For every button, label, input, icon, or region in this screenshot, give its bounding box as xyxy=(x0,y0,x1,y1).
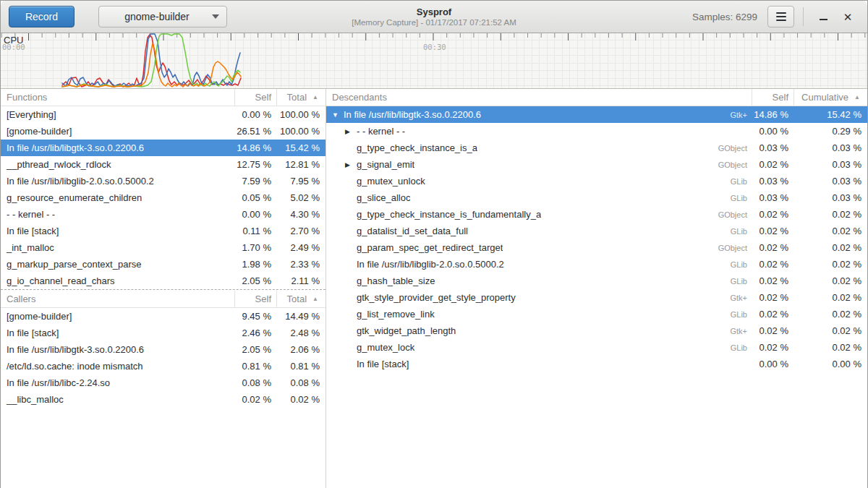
function-name: g_io_channel_read_chars xyxy=(1,275,234,286)
self-percent: 0.00 % xyxy=(752,359,793,369)
table-row[interactable]: g_markup_parse_context_parse1.98 %2.33 % xyxy=(1,256,326,273)
descendant-row[interactable]: g_mutex_lockGLib0.02 %0.02 % xyxy=(326,339,867,356)
descendant-row[interactable]: In file /usr/lib/libglib-2.0.so.0.5000.2… xyxy=(326,256,867,273)
table-row[interactable]: _int_malloc1.70 %2.49 % xyxy=(1,239,326,256)
function-name: In file /usr/lib/libglib-2.0.so.0.5000.2 xyxy=(357,259,504,270)
total-percent: 4.30 % xyxy=(276,209,326,220)
functions-header: Functions Self Total ▲ xyxy=(1,89,326,106)
table-row[interactable]: In file [stack]2.46 %2.48 % xyxy=(1,325,326,341)
table-row[interactable]: In file /usr/lib/libgtk-3.so.0.2200.62.0… xyxy=(1,341,326,358)
main-content: Functions Self Total ▲ [Everything]0.00 … xyxy=(1,89,867,488)
function-name: In file /usr/lib/libgtk-3.so.0.2200.6 xyxy=(1,142,234,153)
descendants-self-column-header[interactable]: Self xyxy=(752,89,793,106)
menu-button[interactable] xyxy=(767,6,794,27)
cumulative-percent: 0.29 % xyxy=(793,126,867,137)
self-percent: 0.02 % xyxy=(752,209,793,220)
table-row[interactable]: In file [stack]0.11 %2.70 % xyxy=(1,223,326,239)
table-row[interactable]: g_io_channel_read_chars2.05 %2.11 % xyxy=(1,273,326,289)
descendant-row[interactable]: g_slice_allocGLib0.03 %0.03 % xyxy=(326,189,867,206)
chevron-down-icon xyxy=(212,14,219,19)
samples-count: Samples: 6299 xyxy=(692,12,757,22)
descendant-name-cell: In file [stack] xyxy=(326,359,752,369)
table-row[interactable]: [gnome-builder]26.51 %100.00 % xyxy=(1,123,326,140)
hamburger-icon xyxy=(776,12,786,21)
total-percent: 2.33 % xyxy=(276,259,326,270)
cumulative-percent: 0.02 % xyxy=(793,292,867,303)
close-button[interactable]: ✕ xyxy=(835,6,860,27)
descendant-row[interactable]: g_param_spec_get_redirect_targetGObject0… xyxy=(326,239,867,256)
table-row[interactable]: In file /usr/lib/libgtk-3.so.0.2200.614.… xyxy=(1,140,326,156)
self-percent: 26.51 % xyxy=(234,126,276,137)
function-name: [gnome-builder] xyxy=(1,311,234,322)
minimize-button[interactable] xyxy=(811,6,835,27)
self-percent: 0.03 % xyxy=(752,176,793,187)
expander-open-icon[interactable]: ▼ xyxy=(332,111,344,119)
record-button[interactable]: Record xyxy=(9,6,75,27)
descendant-row[interactable]: g_hash_table_sizeGLib0.02 %0.02 % xyxy=(326,273,867,289)
table-row[interactable]: [Everything]0.00 %100.00 % xyxy=(1,106,326,123)
total-percent: 14.49 % xyxy=(276,311,326,322)
callers-column-header[interactable]: Callers xyxy=(1,291,234,308)
function-name: In file [stack] xyxy=(1,226,234,236)
library-tag: GLib xyxy=(723,227,752,236)
descendant-name-cell: g_hash_table_sizeGLib xyxy=(326,275,752,286)
process-selector-dropdown[interactable]: gnome-builder xyxy=(98,6,227,27)
descendants-column-header[interactable]: Descendants xyxy=(326,89,752,106)
function-name: g_param_spec_get_redirect_target xyxy=(357,242,503,253)
cpu-blue-line xyxy=(62,34,240,86)
cumulative-percent: 0.03 % xyxy=(793,142,867,153)
descendant-row[interactable]: In file [stack]0.00 %0.00 % xyxy=(326,356,867,372)
titlebar-separator xyxy=(803,7,804,26)
callers-total-column-header[interactable]: Total ▲ xyxy=(276,291,326,308)
total-percent: 2.49 % xyxy=(276,242,326,253)
library-tag: GObject xyxy=(711,244,752,252)
table-row[interactable]: In file /usr/lib/libc-2.24.so0.08 %0.08 … xyxy=(1,374,326,391)
cumulative-percent: 0.02 % xyxy=(793,209,867,220)
descendant-row[interactable]: g_list_remove_linkGLib0.02 %0.02 % xyxy=(326,306,867,322)
callers-header: Callers Self Total ▲ xyxy=(1,291,326,308)
descendants-cumulative-column-header[interactable]: Cumulative ▲ xyxy=(793,89,867,106)
descendant-row[interactable]: gtk_widget_path_lengthGtk+0.02 %0.02 % xyxy=(326,322,867,339)
table-row[interactable]: __libc_malloc0.02 %0.02 % xyxy=(1,391,326,408)
cumulative-percent: 0.03 % xyxy=(793,176,867,187)
expander-closed-icon[interactable]: ▶ xyxy=(345,128,357,135)
descendant-name-cell: In file /usr/lib/libglib-2.0.so.0.5000.2… xyxy=(326,259,752,270)
cumulative-percent: 15.42 % xyxy=(793,109,867,120)
table-row[interactable]: g_resource_enumerate_children0.05 %5.02 … xyxy=(1,189,326,206)
expander-closed-icon[interactable]: ▶ xyxy=(345,161,357,168)
cumulative-percent: 0.02 % xyxy=(793,342,867,353)
function-name: In file /usr/lib/libglib-2.0.so.0.5000.2 xyxy=(1,176,234,187)
descendant-row[interactable]: g_datalist_id_set_data_fullGLib0.02 %0.0… xyxy=(326,223,867,239)
functions-column-header[interactable]: Functions xyxy=(1,89,234,106)
descendant-row[interactable]: g_type_check_instance_is_aGObject0.03 %0… xyxy=(326,140,867,156)
self-percent: 0.02 % xyxy=(752,259,793,270)
table-row[interactable]: __pthread_rwlock_rdlock12.75 %12.81 % xyxy=(1,156,326,173)
functions-total-column-header[interactable]: Total ▲ xyxy=(276,89,326,106)
function-name: In file /usr/lib/libgtk-3.so.0.2200.6 xyxy=(344,109,481,120)
table-row[interactable]: - - kernel - -0.00 %4.30 % xyxy=(1,206,326,223)
table-row[interactable]: [gnome-builder]9.45 %14.49 % xyxy=(1,308,326,325)
functions-self-column-header[interactable]: Self xyxy=(234,89,276,106)
table-row[interactable]: In file /usr/lib/libglib-2.0.so.0.5000.2… xyxy=(1,173,326,189)
function-name: In file [stack] xyxy=(357,359,409,369)
descendant-row[interactable]: ▶g_signal_emitGObject0.02 %0.03 % xyxy=(326,156,867,173)
descendant-row[interactable]: g_mutex_unlockGLib0.03 %0.03 % xyxy=(326,173,867,189)
descendant-row[interactable]: g_type_check_instance_is_fundamentally_a… xyxy=(326,206,867,223)
library-tag: Gtk+ xyxy=(723,294,752,302)
function-name: __pthread_rwlock_rdlock xyxy=(1,159,234,170)
self-percent: 14.86 % xyxy=(234,142,276,153)
cumulative-percent: 0.02 % xyxy=(793,259,867,270)
left-pane: Functions Self Total ▲ [Everything]0.00 … xyxy=(1,89,326,488)
cpu-graph-panel[interactable]: CPU 00:00 00:30 xyxy=(1,33,867,89)
descendant-name-cell: g_list_remove_linkGLib xyxy=(326,309,752,320)
total-percent: 100.00 % xyxy=(276,126,326,137)
table-row[interactable]: /etc/ld.so.cache: inode mismatch0.81 %0.… xyxy=(1,358,326,374)
descendant-row[interactable]: ▶- - kernel - -0.00 %0.29 % xyxy=(326,123,867,140)
cumulative-percent: 0.03 % xyxy=(793,192,867,203)
sort-ascending-icon: ▲ xyxy=(312,94,318,100)
descendant-row[interactable]: gtk_style_provider_get_style_propertyGtk… xyxy=(326,289,867,306)
descendant-row[interactable]: ▼In file /usr/lib/libgtk-3.so.0.2200.6Gt… xyxy=(326,106,867,123)
function-name: g_list_remove_link xyxy=(357,309,435,320)
self-percent: 0.00 % xyxy=(752,126,793,137)
callers-self-column-header[interactable]: Self xyxy=(234,291,276,308)
